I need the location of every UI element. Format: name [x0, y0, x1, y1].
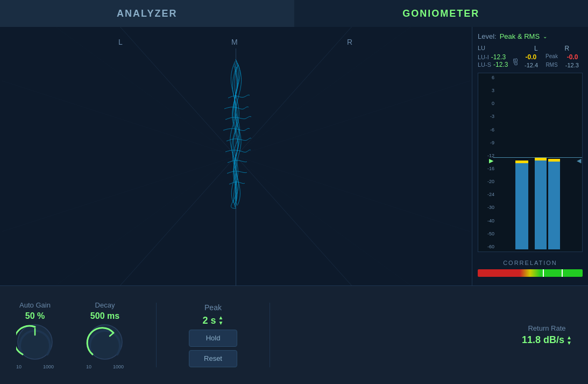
peak-stepper[interactable]: ▲ ▼	[218, 315, 224, 326]
auto-gain-scale: 10 1000	[16, 364, 54, 369]
scale-neg9: -9	[479, 141, 494, 145]
scale-neg30: -30	[479, 205, 494, 210]
auto-gain-min: 10	[16, 364, 22, 369]
peak-label-small: Peak	[546, 53, 558, 61]
lus-label: LU-S	[478, 61, 491, 68]
level-header: Level: Peak & RMS ⌄	[478, 32, 583, 40]
lr-section: L R -0.0 Peak -0.0 -12.4 RMS -12.3	[521, 45, 583, 68]
return-up-icon[interactable]: ▲	[566, 335, 572, 340]
level-label: Level:	[478, 32, 497, 40]
peak-value: 2 s	[203, 315, 216, 326]
l-header: L	[534, 45, 538, 52]
scale-neg40: -40	[479, 219, 494, 224]
lus-row: LU-S -12.3	[478, 61, 510, 68]
reset-button[interactable]: Reset	[189, 350, 237, 367]
analyzer-display: L M R	[0, 27, 472, 285]
decay-label: Decay	[95, 301, 115, 309]
scale-neg6: -6	[479, 128, 494, 132]
header: ANALYZER GONIOMETER	[0, 0, 588, 27]
auto-gain-knob[interactable]	[16, 323, 54, 361]
meters-header: LU LU-I -12.3 LU-S -12.3 dB L R -0.0	[478, 45, 583, 68]
lr-peak-vals: -0.0 Peak -0.0	[521, 53, 583, 61]
separator-1	[156, 303, 157, 367]
scale-neg24: -24	[479, 192, 494, 197]
auto-gain-max: 1000	[43, 364, 54, 369]
l-rms-value: -12.4	[525, 62, 538, 68]
return-down-icon[interactable]: ▼	[566, 340, 572, 346]
level-mode[interactable]: Peak & RMS	[500, 32, 540, 40]
r-bar-peak	[548, 159, 560, 162]
rms-label-small: RMS	[546, 62, 557, 68]
lu-title: LU	[478, 45, 510, 51]
scale-neg50: -50	[479, 232, 494, 236]
main-area: L M R	[0, 27, 588, 285]
tab-analyzer[interactable]: ANALYZER	[0, 0, 294, 27]
lu-bar	[515, 160, 528, 249]
auto-gain-value: 50 %	[25, 311, 45, 321]
decay-max: 1000	[113, 364, 124, 369]
auto-gain-label: Auto Gain	[19, 301, 51, 309]
lu-bar-peak	[515, 160, 528, 163]
decay-scale: 10 1000	[86, 364, 124, 369]
correlation-bar	[478, 269, 583, 277]
vu-bars	[515, 73, 560, 249]
lui-row: LU-I -12.3	[478, 53, 510, 61]
separator-2	[270, 303, 270, 367]
return-rate-stepper[interactable]: ▲ ▼	[566, 335, 572, 346]
peak-down-icon[interactable]: ▼	[218, 320, 224, 326]
return-rate-wrapper: 11.8 dB/s ▲ ▼	[522, 334, 572, 346]
l-bar-wrapper	[535, 158, 547, 249]
threshold-arrow-icon: ▶	[489, 157, 493, 164]
return-rate-section: Return Rate 11.8 dB/s ▲ ▼	[522, 324, 572, 346]
r-bar-wrapper	[548, 159, 560, 249]
scale-neg20: -20	[479, 179, 494, 184]
vu-meter: 6 3 0 -3 -6 -9 -12 -16 -20 -24 -30 -40 -…	[478, 73, 583, 252]
l-peak-value: -0.0	[525, 53, 536, 61]
tab-analyzer-label: ANALYZER	[117, 8, 177, 19]
level-chevron-icon[interactable]: ⌄	[543, 33, 547, 39]
lus-value: -12.3	[493, 61, 508, 68]
lui-value: -12.3	[491, 53, 506, 61]
tab-goniometer[interactable]: GONIOMETER	[294, 0, 589, 27]
l-bar	[535, 158, 547, 249]
lui-label: LU-I	[478, 54, 489, 60]
r-header: R	[564, 45, 569, 52]
scale-neg16: -16	[479, 166, 494, 171]
r-peak-value: -0.0	[567, 53, 578, 61]
lr-rms-row: -12.4 RMS -12.3	[521, 62, 583, 68]
r-bar	[548, 159, 560, 249]
right-panel: Level: Peak & RMS ⌄ LU LU-I -12.3 LU-S -…	[472, 27, 588, 285]
tab-goniometer-label: GONIOMETER	[402, 8, 479, 19]
return-rate-value: 11.8 dB/s	[522, 334, 564, 346]
r-rms-value: -12.3	[565, 62, 579, 68]
l-bar-peak	[535, 158, 547, 160]
correlation-indicator-1	[543, 269, 544, 277]
peak-section: Peak 2 s ▲ ▼ Hold Reset	[189, 303, 237, 367]
decay-min: 10	[86, 364, 91, 369]
db-label: dB	[512, 58, 519, 65]
lu-section: LU LU-I -12.3 LU-S -12.3	[478, 45, 510, 68]
scale-6: 6	[479, 75, 494, 80]
decay-value: 500 ms	[90, 311, 119, 321]
correlation-section: CORRELATION	[478, 256, 583, 280]
hold-button[interactable]: Hold	[189, 330, 237, 347]
correlation-indicator-2	[562, 269, 563, 277]
scale-neg3: -3	[479, 114, 494, 119]
lu-bar-wrapper	[515, 160, 528, 249]
lr-headers: L R	[521, 45, 583, 52]
peak-label-main: Peak	[204, 303, 222, 312]
correlation-label: CORRELATION	[478, 260, 583, 266]
return-rate-label: Return Rate	[528, 324, 565, 332]
goniometer-signal	[204, 55, 268, 206]
scale-3: 3	[479, 88, 494, 93]
decay-knob[interactable]	[86, 323, 124, 361]
bottom-panel: Auto Gain 50 % 10 1000 Decay 500 ms	[0, 285, 588, 384]
scale-0: 0	[479, 101, 494, 106]
scale-neg60: -60	[479, 245, 494, 249]
auto-gain-group: Auto Gain 50 % 10 1000	[16, 301, 54, 369]
peak-val-wrapper: 2 s ▲ ▼	[203, 315, 224, 326]
decay-group: Decay 500 ms 10 1000	[86, 301, 124, 369]
threshold-arrow-right-icon: ◀	[577, 157, 581, 164]
